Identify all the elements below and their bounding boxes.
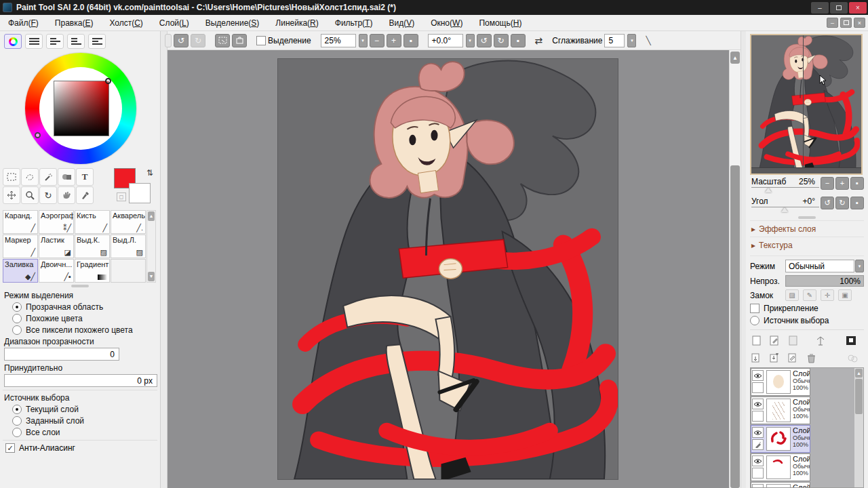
close-button[interactable]: × bbox=[849, 2, 867, 14]
layer-thumbnail[interactable] bbox=[766, 370, 791, 394]
lock-move-icon[interactable]: ✛ bbox=[821, 289, 834, 301]
clear-layer-button[interactable] bbox=[787, 352, 799, 364]
brush-empty-slot[interactable] bbox=[111, 259, 146, 283]
brush-pencil[interactable]: Каранд.╱ bbox=[3, 210, 38, 234]
swap-colors-icon[interactable]: ⇅ bbox=[146, 168, 153, 178]
toolbar-edge-button[interactable] bbox=[165, 34, 172, 47]
layer-thumbnail[interactable] bbox=[766, 399, 791, 422]
menu-selection[interactable]: Выделение(S) bbox=[197, 16, 268, 30]
opacity-slider[interactable]: 100% bbox=[785, 275, 864, 287]
text-tool[interactable]: T bbox=[76, 168, 94, 186]
canvas-vertical-scrollbar[interactable]: ▲ bbox=[729, 50, 741, 488]
layer-visibility-eye-icon[interactable] bbox=[752, 484, 764, 488]
menu-ruler[interactable]: Линейка(R) bbox=[267, 16, 326, 30]
layer-thumbnail[interactable] bbox=[766, 427, 791, 451]
lock-all-icon[interactable]: ▣ bbox=[838, 289, 852, 301]
new-layer-set-button[interactable] bbox=[787, 335, 799, 346]
scroll-up-icon[interactable]: ▲ bbox=[855, 369, 863, 378]
layer-row-2[interactable]: СлойОбычный100% bbox=[751, 396, 854, 424]
menu-edit[interactable]: Правка(E) bbox=[47, 16, 102, 30]
maximize-button[interactable] bbox=[830, 2, 848, 14]
angle-slider-thumb[interactable] bbox=[781, 207, 788, 212]
clipping-checkbox[interactable] bbox=[750, 304, 760, 313]
layer-visibility-eye-icon[interactable] bbox=[752, 370, 764, 381]
scrollbar-thumb[interactable] bbox=[730, 165, 740, 488]
layer-row-4[interactable]: СлойОбычный100% bbox=[751, 453, 854, 481]
background-color-swatch[interactable] bbox=[129, 183, 151, 203]
move-tool[interactable] bbox=[3, 186, 20, 204]
selection-source-radio[interactable] bbox=[750, 316, 760, 325]
blend-mode-dropdown[interactable]: ▾ bbox=[855, 260, 864, 272]
raster-options-button[interactable] bbox=[846, 352, 859, 364]
radio-specified-layer[interactable]: Заданный слой bbox=[12, 416, 157, 426]
blend-mode-select[interactable]: Обычный bbox=[785, 260, 854, 272]
brush-sel-pen[interactable]: Выд.К.▨ bbox=[75, 235, 110, 258]
new-linework-layer-button[interactable] bbox=[768, 335, 781, 346]
scroll-up-icon[interactable]: ▲ bbox=[730, 52, 740, 64]
zoom-in-button[interactable]: + bbox=[387, 34, 401, 47]
menu-filter[interactable]: Фильтр(T) bbox=[327, 16, 381, 30]
radio-transparent-area[interactable]: Прозрачная область bbox=[12, 302, 157, 312]
angle-reset-button[interactable]: ▪ bbox=[511, 34, 526, 47]
zoom-value[interactable]: 25% bbox=[321, 34, 356, 47]
active-paint-layer-icon[interactable] bbox=[752, 439, 764, 450]
brush-binary[interactable]: Двоичн...╱▪ bbox=[39, 259, 74, 283]
layer-visibility-eye-icon[interactable] bbox=[752, 455, 764, 466]
hand-tool[interactable] bbox=[58, 186, 75, 204]
doc-close-button[interactable]: × bbox=[854, 18, 865, 28]
layer-paint-slot[interactable] bbox=[752, 468, 764, 479]
tab-color-wheel[interactable] bbox=[4, 34, 22, 49]
layer-paint-slot[interactable] bbox=[752, 411, 764, 422]
zoom-dropdown-button[interactable]: ▾ bbox=[359, 34, 368, 47]
brush-watercolor[interactable]: Акварель╱. bbox=[111, 210, 146, 234]
tab-swatches[interactable] bbox=[67, 34, 85, 49]
brush-airbrush[interactable]: Аэрограф⁑╱ bbox=[39, 210, 74, 234]
tab-hsv-sliders[interactable] bbox=[46, 34, 64, 49]
magic-wand-tool[interactable] bbox=[39, 168, 57, 186]
panel-grip[interactable] bbox=[3, 283, 157, 289]
marquee-tool[interactable] bbox=[3, 168, 20, 186]
scale-plus-button[interactable]: + bbox=[835, 177, 849, 190]
deselect-button[interactable] bbox=[215, 34, 230, 47]
delete-layer-button[interactable] bbox=[805, 352, 817, 364]
merge-down-button[interactable] bbox=[768, 352, 781, 364]
menu-file[interactable]: Файл(F) bbox=[0, 16, 47, 30]
layer-mask-button[interactable] bbox=[814, 335, 827, 346]
radio-current-layer[interactable]: Текущий слой bbox=[12, 405, 157, 414]
lasso-tool[interactable] bbox=[21, 168, 39, 186]
color-wheel[interactable] bbox=[3, 52, 157, 167]
angle-dropdown-button[interactable]: ▾ bbox=[466, 34, 475, 47]
minimize-button[interactable]: – bbox=[811, 2, 829, 14]
scale-slider[interactable] bbox=[751, 187, 819, 188]
texture-section[interactable]: ▸ Текстура bbox=[750, 237, 864, 253]
lock-transparency-icon[interactable]: ▨ bbox=[785, 289, 799, 301]
angle-reset-button[interactable]: ▪ bbox=[850, 197, 864, 209]
antialias-checkbox[interactable]: ✓ bbox=[5, 443, 15, 453]
panel-grip[interactable] bbox=[750, 214, 864, 220]
scale-minus-button[interactable]: − bbox=[821, 177, 834, 190]
selection-visibility-checkbox[interactable] bbox=[256, 36, 266, 45]
canvas-background-button[interactable] bbox=[845, 335, 857, 346]
brush-grid-scrollbar[interactable]: ▲▼ bbox=[146, 210, 156, 283]
scroll-up-icon[interactable]: ▲ bbox=[148, 211, 155, 221]
layer-thumbnail[interactable] bbox=[766, 484, 791, 488]
tab-mixer[interactable] bbox=[88, 34, 106, 49]
saturation-value-square[interactable] bbox=[54, 81, 109, 136]
canvas-area[interactable] bbox=[167, 50, 729, 488]
tab-rgb-sliders[interactable] bbox=[25, 34, 43, 49]
menu-canvas[interactable]: Холст(C) bbox=[101, 16, 151, 30]
radio-similar-colors[interactable]: Похожие цвета bbox=[12, 314, 157, 323]
shape-tool[interactable] bbox=[58, 168, 75, 186]
brush-fill[interactable]: Заливка◆╱ bbox=[3, 259, 38, 283]
sv-indicator[interactable] bbox=[105, 78, 111, 84]
transparency-range-input[interactable]: 0 bbox=[4, 348, 119, 361]
brush-marker[interactable]: Маркер╱ bbox=[3, 235, 38, 258]
layer-row-3-selected[interactable]: СлойОбычный100% bbox=[751, 425, 854, 453]
menu-window[interactable]: Окно(W) bbox=[422, 16, 471, 30]
rotate-ccw-button[interactable]: ↺ bbox=[477, 34, 492, 47]
angle-cw-button[interactable]: ↻ bbox=[835, 197, 849, 209]
layer-visibility-eye-icon[interactable] bbox=[752, 427, 764, 438]
scrollbar-thumb[interactable] bbox=[855, 379, 863, 414]
zoom-out-button[interactable]: − bbox=[370, 34, 384, 47]
left-splitter[interactable] bbox=[161, 31, 167, 488]
